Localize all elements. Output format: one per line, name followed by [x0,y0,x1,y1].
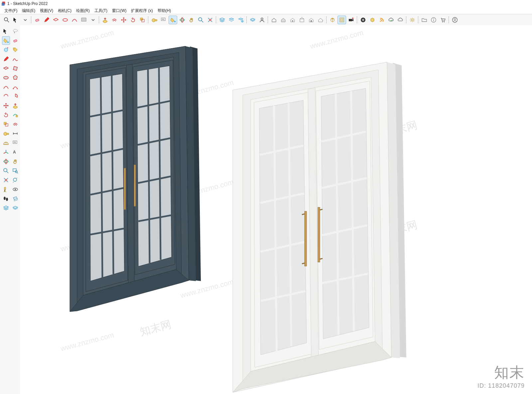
warehouse1-icon[interactable] [270,16,278,24]
rectangle-tool-icon[interactable] [52,16,60,24]
layers4-icon[interactable] [248,16,257,24]
search-icon[interactable] [2,16,11,24]
add-circle-icon[interactable] [359,16,367,24]
rectangle-tool-icon[interactable] [2,64,10,73]
walk-icon[interactable] [2,194,10,203]
shapes-dropdown-icon[interactable] [79,16,88,24]
text-label-icon[interactable]: A1 [11,139,19,147]
zoom-icon[interactable] [197,16,205,24]
pan-icon[interactable] [187,16,196,24]
tape-measure-icon[interactable] [150,16,159,24]
menu-file[interactable]: 文件(F) [2,7,20,14]
paint-bucket-icon[interactable] [169,16,177,24]
rotate-icon[interactable] [2,111,10,119]
tape-measure-icon[interactable] [2,129,10,138]
warehouse2-icon[interactable] [279,16,288,24]
scale-icon[interactable] [138,16,147,24]
move-icon[interactable] [119,16,128,24]
arc-tool-icon[interactable] [2,83,10,91]
select-tool-icon[interactable] [12,16,20,24]
select-tool-icon[interactable] [2,27,10,36]
freehand-icon[interactable] [11,55,19,63]
polygon-tool-icon[interactable] [11,73,19,82]
layers2-icon[interactable] [227,16,236,24]
orbit-icon[interactable] [178,16,187,24]
svg-point-16 [199,18,202,21]
position-camera-icon[interactable] [2,185,10,194]
info-icon[interactable] [429,16,438,24]
protractor-icon[interactable] [2,139,10,147]
3d-text-icon[interactable]: A [11,148,19,156]
look-around-icon[interactable] [11,185,19,194]
pushpull-icon[interactable] [11,101,19,110]
menu-draw[interactable]: 绘图(R) [74,7,92,14]
paint-bucket-icon[interactable] [2,36,10,45]
dimension-icon[interactable] [11,129,19,138]
menu-extensions[interactable]: 扩展程序 (x) [129,7,155,14]
cloud-icon[interactable] [396,16,405,24]
layers-b-icon[interactable] [11,204,19,212]
folder-icon[interactable] [420,16,429,24]
pie-tool-icon[interactable] [11,92,19,101]
arc-tool-icon[interactable] [70,16,79,24]
arc3-tool-icon[interactable] [2,92,10,101]
circle-tool-icon[interactable] [2,73,10,82]
rss-icon[interactable] [377,16,386,24]
layers3-icon[interactable] [236,16,245,24]
viewport[interactable]: www.znzmo.com www.znzmo.com www.znzmo.co… [20,25,532,394]
zoom-extents-icon[interactable] [2,176,10,184]
layers1-icon[interactable] [218,16,226,24]
zoom-extents-icon[interactable] [206,16,214,24]
dropdown-icon[interactable] [89,16,97,24]
warehouse4-icon[interactable] [298,16,306,24]
pencil-icon[interactable] [42,16,51,24]
cart-icon[interactable] [439,16,447,24]
rotate-icon[interactable] [129,16,137,24]
cloud-check-icon[interactable] [387,16,395,24]
cube-add-icon[interactable] [2,46,10,54]
followme-icon[interactable] [11,111,19,119]
component2-icon[interactable] [337,16,346,24]
text-tool-icon[interactable]: A1 [159,16,168,24]
expand-down-icon[interactable] [21,16,30,24]
section-plane-icon[interactable] [11,194,19,203]
component1-icon[interactable] [328,16,337,24]
menu-camera[interactable]: 相机(C) [56,7,74,14]
move-icon[interactable] [2,101,10,110]
pan-icon[interactable] [11,157,19,166]
menu-edit[interactable]: 编辑(E) [20,7,38,14]
pencil-icon[interactable] [2,55,10,63]
pushpull-icon[interactable] [101,16,109,24]
warehouse5-icon[interactable] [307,16,316,24]
warehouse3-icon[interactable] [288,16,297,24]
camera-icon[interactable] [347,16,355,24]
box3d-icon[interactable] [368,16,377,24]
tag-icon[interactable] [11,46,19,54]
lasso-icon[interactable] [11,27,19,36]
circle-tool-icon[interactable] [61,16,69,24]
menu-help[interactable]: 帮助(H) [155,7,174,14]
arc2-tool-icon[interactable] [11,83,19,91]
menu-window[interactable]: 窗口(W) [110,7,129,14]
orbit-icon[interactable] [2,157,10,166]
menu-tools[interactable]: 工具(T) [92,7,110,14]
eraser-icon[interactable] [11,36,19,45]
svg-point-29 [380,21,381,22]
rotated-rect-icon[interactable] [11,64,19,73]
zoom-window-icon[interactable] [11,166,19,175]
menu-view[interactable]: 视图(V) [38,7,56,14]
zoom-icon[interactable] [2,166,10,175]
offset-icon[interactable] [110,16,119,24]
warehouse6-icon[interactable] [316,16,325,24]
svg-point-34 [442,22,443,23]
svg-point-39 [7,42,9,43]
eraser-icon[interactable] [33,16,42,24]
offset-icon[interactable] [11,120,19,129]
user-icon[interactable] [258,16,266,24]
zoom-previous-icon[interactable] [11,176,19,184]
layers-a-icon[interactable] [2,204,10,212]
gear-icon[interactable] [408,16,417,24]
axes-icon[interactable] [2,148,10,156]
scale-icon[interactable] [2,120,10,129]
account-icon[interactable] [451,16,459,24]
